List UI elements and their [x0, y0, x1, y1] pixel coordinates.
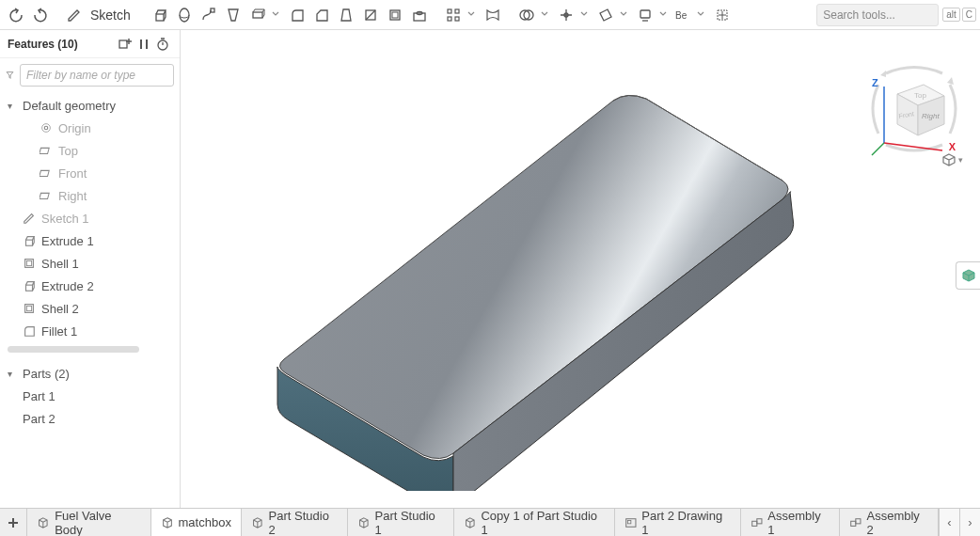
feature-item[interactable]: Extrude 1 — [0, 229, 180, 252]
create-dropdown[interactable] — [270, 3, 281, 27]
feature-label: Extrude 1 — [41, 234, 94, 248]
select-button[interactable] — [710, 3, 735, 27]
rib-button[interactable] — [358, 3, 383, 27]
plane-top-node[interactable]: Top — [0, 139, 180, 162]
transform-button[interactable] — [554, 3, 578, 27]
tabs-scroll-left[interactable]: ‹ — [939, 509, 959, 536]
extrude-button[interactable] — [148, 3, 172, 27]
revolve-button[interactable] — [172, 3, 197, 27]
chamfer-button[interactable] — [309, 3, 334, 27]
pattern-button[interactable] — [441, 3, 466, 27]
sheet-dropdown[interactable] — [657, 3, 669, 27]
plane-icon — [40, 144, 53, 157]
shell-button[interactable] — [383, 3, 407, 27]
feature-label: Sketch 1 — [41, 212, 89, 226]
main-toolbar: Sketch Search tools... altC — [0, 0, 980, 30]
tab-label: Assembly 2 — [867, 509, 929, 537]
document-tab[interactable]: matchbox — [151, 509, 242, 536]
filter-input[interactable] — [20, 64, 174, 87]
document-tabs: Fuel Valve BodymatchboxPart Studio 2Part… — [0, 508, 980, 536]
loft-button[interactable] — [221, 3, 245, 27]
document-tab[interactable]: Assembly 1 — [741, 509, 840, 536]
transform-dropdown[interactable] — [578, 3, 590, 27]
assembly-icon — [849, 516, 862, 529]
filter-icon[interactable] — [6, 68, 14, 83]
part-icon — [161, 516, 174, 529]
feature-item[interactable]: Extrude 2 — [0, 275, 180, 297]
parts-heading[interactable]: ▾ Parts (2) — [0, 362, 180, 385]
default-geometry-node[interactable]: ▾ Default geometry — [0, 94, 180, 117]
document-tab[interactable]: Part Studio 1 — [348, 509, 454, 536]
model-3d[interactable] — [218, 68, 801, 491]
config-button[interactable] — [672, 3, 695, 27]
sheetmetal-button[interactable] — [633, 3, 657, 27]
redo-button[interactable] — [28, 3, 53, 27]
pattern-dropdown[interactable] — [466, 3, 477, 27]
pencil-icon — [23, 212, 36, 225]
viewport[interactable] — [181, 30, 980, 508]
sketch-icon[interactable] — [62, 3, 87, 27]
plane-right-node[interactable]: Right — [0, 184, 180, 207]
part-icon — [251, 516, 264, 529]
feature-item[interactable]: Shell 1 — [0, 252, 180, 275]
feature-label: Shell 1 — [41, 257, 79, 271]
add-feature-button[interactable] — [116, 35, 134, 54]
shell-icon — [23, 302, 36, 315]
undo-button[interactable] — [4, 3, 28, 27]
config-dropdown[interactable] — [695, 3, 706, 27]
search-tools-input[interactable]: Search tools... — [816, 4, 939, 26]
view-mode-button[interactable]: ▾ — [941, 152, 963, 167]
part-item[interactable]: Part 2 — [0, 407, 180, 430]
feature-item[interactable]: Fillet 1 — [0, 320, 180, 342]
document-tab[interactable]: Part 2 Drawing 1 — [615, 509, 741, 536]
extrude-icon — [23, 279, 36, 292]
drawing-icon — [624, 516, 638, 529]
search-placeholder: Search tools... — [823, 8, 895, 22]
pause-rollback-button[interactable] — [134, 35, 153, 54]
part-icon — [37, 516, 50, 529]
tab-label: Part 2 Drawing 1 — [641, 509, 730, 537]
extrude-icon — [23, 234, 36, 247]
sketch-button[interactable]: Sketch — [87, 8, 138, 23]
assembly-icon — [751, 516, 764, 529]
part-label: Part 2 — [23, 412, 55, 426]
thicken-button[interactable] — [245, 3, 270, 27]
feature-item[interactable]: Sketch 1 — [0, 207, 180, 229]
tab-label: Part Studio 1 — [375, 509, 444, 537]
feature-tree: ▾ Default geometry Origin Top Front Righ… — [0, 92, 180, 432]
origin-icon — [40, 121, 53, 134]
right-panel-toggle[interactable] — [956, 261, 980, 290]
document-tab[interactable]: Part Studio 2 — [242, 509, 348, 536]
add-tab-button[interactable] — [0, 509, 27, 536]
boolean-dropdown[interactable] — [539, 3, 550, 27]
document-tab[interactable]: Fuel Valve Body — [27, 509, 150, 536]
part-icon — [357, 516, 371, 529]
part-label: Part 1 — [23, 389, 55, 403]
hole-button[interactable] — [407, 3, 432, 27]
sweep-button[interactable] — [197, 3, 221, 27]
part-item[interactable]: Part 1 — [0, 385, 180, 407]
fillet-button[interactable] — [285, 3, 309, 27]
tab-label: Fuel Valve Body — [55, 509, 140, 537]
plane-button[interactable] — [593, 3, 618, 27]
surface1-button[interactable] — [481, 3, 505, 27]
stopwatch-button[interactable] — [153, 35, 172, 54]
feature-label: Extrude 2 — [41, 279, 94, 293]
shell-icon — [23, 257, 36, 270]
boolean-button[interactable] — [514, 3, 539, 27]
feature-panel: Features (10) ▾ Default geometry Origin … — [0, 30, 181, 508]
tabs-scroll-right[interactable]: › — [959, 509, 980, 536]
plane-dropdown[interactable] — [618, 3, 629, 27]
draft-button[interactable] — [334, 3, 358, 27]
search-shortcut: altC — [942, 8, 976, 22]
plane-icon — [40, 189, 53, 202]
document-tab[interactable]: Copy 1 of Part Studio 1 — [454, 509, 615, 536]
plane-front-node[interactable]: Front — [0, 162, 180, 184]
tab-label: Assembly 1 — [767, 509, 830, 537]
plane-icon — [40, 166, 53, 180]
scroll-indicator — [8, 346, 139, 353]
feature-label: Shell 2 — [41, 302, 79, 316]
feature-item[interactable]: Shell 2 — [0, 297, 180, 320]
origin-node[interactable]: Origin — [0, 117, 180, 139]
document-tab[interactable]: Assembly 2 — [840, 509, 939, 536]
